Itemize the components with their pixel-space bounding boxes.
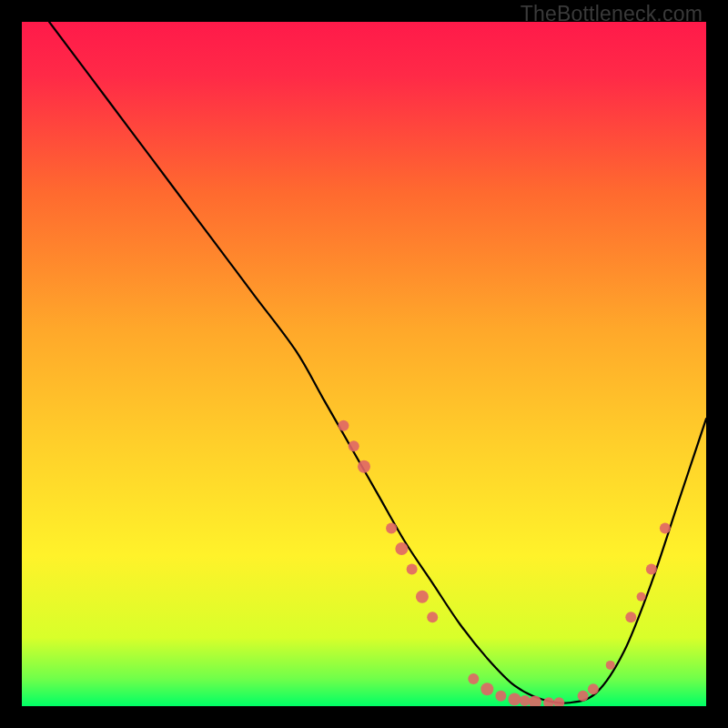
marker-dot — [338, 420, 349, 431]
marker-dot — [395, 542, 408, 555]
marker-dot — [407, 564, 418, 575]
marker-dot — [646, 564, 657, 575]
marker-dot — [349, 440, 359, 451]
marker-dot — [637, 592, 646, 602]
marker-dot — [358, 460, 370, 473]
marker-dot — [625, 612, 636, 622]
marker-dot — [468, 673, 479, 684]
chart-canvas — [22, 22, 706, 706]
marker-dot — [386, 522, 397, 533]
gradient-background — [22, 22, 706, 706]
watermark-text: TheBottleneck.com — [521, 2, 703, 26]
marker-dot — [495, 691, 506, 702]
marker-dot — [520, 695, 531, 706]
marker-dot — [578, 691, 589, 702]
marker-dot — [588, 683, 599, 694]
marker-dot — [508, 693, 521, 705]
marker-dot — [660, 522, 671, 533]
chart-frame — [22, 22, 706, 706]
marker-dot — [427, 612, 438, 622]
marker-dot — [480, 682, 493, 695]
marker-dot — [416, 591, 429, 603]
marker-dot — [606, 661, 615, 670]
